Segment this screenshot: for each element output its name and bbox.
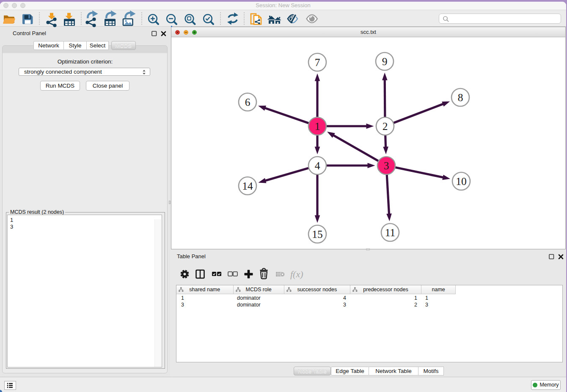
svg-text:10: 10: [456, 175, 467, 188]
svg-text:11: 11: [385, 226, 396, 239]
svg-text:6: 6: [245, 96, 250, 108]
svg-text:8: 8: [458, 91, 463, 104]
svg-text:f(x): f(x): [290, 269, 303, 279]
svg-text:7: 7: [315, 56, 320, 69]
svg-text:15: 15: [312, 228, 323, 240]
svg-text:1: 1: [315, 120, 320, 133]
svg-text:4: 4: [315, 160, 320, 172]
svg-text:9: 9: [382, 55, 388, 68]
svg-text:14: 14: [242, 180, 253, 192]
svg-text:3: 3: [384, 160, 389, 172]
svg-text:2: 2: [383, 120, 388, 133]
